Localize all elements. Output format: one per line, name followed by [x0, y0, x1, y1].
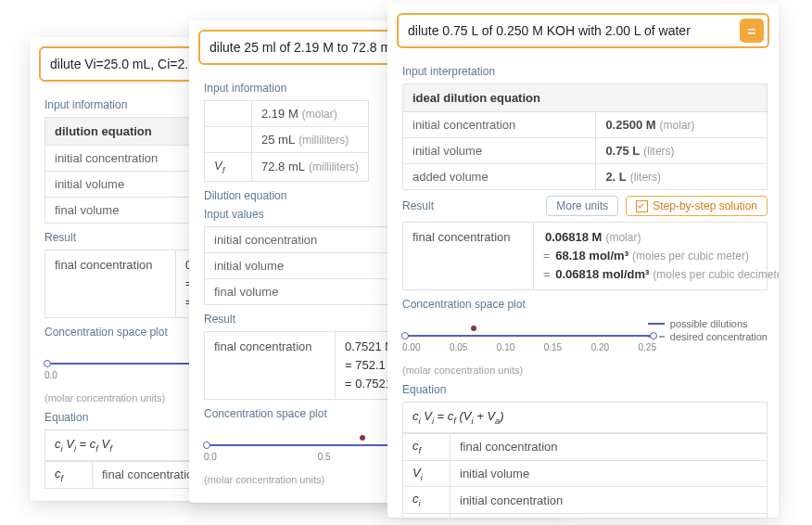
submit-button[interactable]: = — [740, 19, 764, 43]
section-title-input-interpretation: Input interpretation — [402, 65, 768, 78]
table-row: cffinal concentration — [403, 434, 767, 461]
table-row: ciinitial concentration — [403, 487, 767, 514]
table-row: Vaadded volume — [403, 513, 767, 518]
plot-axis — [402, 335, 656, 337]
result-value: 0.06818 M(molar) = 68.18 mol/m³(moles pe… — [534, 223, 779, 289]
table-row: initial volume0.75 L(liters) — [403, 138, 768, 164]
checkbox-icon — [636, 200, 648, 212]
plot-ticks: 0.00 0.05 0.10 0.15 0.20 0.25 — [402, 342, 656, 352]
result-key: final concentration — [45, 250, 176, 317]
result-key: final concentration — [403, 223, 534, 289]
equation-formula: ci Vi = cf (Vi + Va) — [403, 403, 767, 433]
plot-axis-caption: (molar concentration units) — [402, 365, 768, 376]
equals-icon: = — [748, 23, 756, 39]
interp-header: ideal dilution equation — [403, 84, 768, 112]
legend-swatch-line — [648, 323, 665, 325]
input-info-table: 2.19 M(molar) 25 mL(milliliters) Vf 72.8… — [204, 100, 369, 182]
section-title-plot: Concentration space plot — [402, 298, 768, 311]
section-title-result: Result — [402, 199, 434, 212]
plot-marker — [360, 435, 365, 441]
result-card-3: dilute 0.75 L of 0.250 M KOH with 2.00 L… — [387, 4, 779, 518]
table-row: initial concentration0.2500 M(molar) — [403, 112, 768, 138]
table-row: 2.19 M(molar) — [205, 101, 369, 127]
result-key: final concentration — [205, 332, 336, 399]
plot-legend: possible dilutions desired concentration — [648, 318, 768, 344]
table-row: added volume2. L(liters) — [403, 164, 768, 190]
table-row: Vf 72.8 mL(milliliters) — [205, 153, 369, 182]
input-interpretation-table: ideal dilution equation initial concentr… — [402, 83, 768, 190]
concentration-plot: possible dilutions desired concentration… — [402, 318, 768, 363]
table-row: 25 mL(milliliters) — [205, 127, 369, 153]
search-input[interactable]: dilute 0.75 L of 0.250 M KOH with 2.00 L… — [408, 23, 732, 38]
step-by-step-button[interactable]: Step-by-step solution — [626, 196, 768, 216]
section-title-equation: Equation — [402, 383, 768, 396]
equation-box: ci Vi = cf (Vi + Va) cffinal concentrati… — [402, 402, 768, 518]
result-block: final concentration 0.06818 M(molar) = 6… — [402, 222, 768, 290]
more-units-button[interactable]: More units — [546, 196, 618, 216]
plot-marker — [471, 326, 476, 331]
table-row: Viinitial volume — [403, 460, 767, 487]
search-bar[interactable]: dilute 0.75 L of 0.250 M KOH with 2.00 L… — [397, 13, 769, 48]
